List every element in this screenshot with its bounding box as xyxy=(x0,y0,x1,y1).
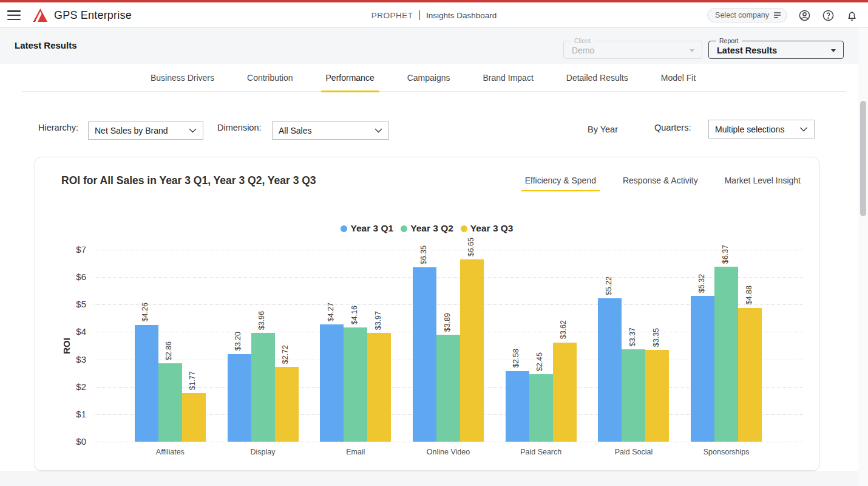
report-tabs: Business DriversContributionPerformanceC… xyxy=(146,64,700,92)
bar-value-label: $6.37 xyxy=(721,245,730,264)
bar-value-label: $2.86 xyxy=(164,341,173,360)
legend-item-year-3-q3[interactable]: Year 3 Q3 xyxy=(461,223,514,234)
legend-item-year-3-q2[interactable]: Year 3 Q2 xyxy=(401,223,453,234)
y-axis-tick: $7 xyxy=(56,244,86,255)
legend-label: Year 3 Q1 xyxy=(350,223,393,234)
bar-paid-search-year-3-q1[interactable] xyxy=(506,371,529,442)
bar-sponsorships-year-3-q2[interactable] xyxy=(714,267,738,442)
bar-paid-social-year-3-q2[interactable] xyxy=(622,349,645,442)
page-scrollbar-track[interactable] xyxy=(858,28,868,486)
header-divider xyxy=(419,10,420,20)
bar-email-year-3-q1[interactable] xyxy=(320,324,344,442)
x-axis-label-paid-social: Paid Social xyxy=(594,448,673,456)
bar-value-label: $5.22 xyxy=(605,276,613,295)
tab-business-drivers[interactable]: Business Drivers xyxy=(146,64,219,92)
tab-contribution[interactable]: Contribution xyxy=(242,64,298,92)
bar-paid-search-year-3-q2[interactable] xyxy=(529,374,553,442)
app-header: GPS Enterprise PROPHET Insights Dashboar… xyxy=(0,2,868,28)
bar-value-label: $3.37 xyxy=(628,327,637,346)
x-axis-label-paid-search: Paid Search xyxy=(501,448,580,456)
bar-value-label: $2.72 xyxy=(281,345,290,364)
bar-value-label: $4.88 xyxy=(745,286,753,304)
report-tabs-bar: Business DriversContributionPerformanceC… xyxy=(22,64,846,92)
tab-campaigns[interactable]: Campaigns xyxy=(402,64,455,92)
bar-value-label: $4.27 xyxy=(327,303,335,321)
quarters-label: Quarters: xyxy=(654,123,691,132)
help-icon[interactable] xyxy=(822,9,835,22)
chevron-down-icon xyxy=(375,128,382,133)
bar-value-label: $3.96 xyxy=(257,311,266,330)
gridline xyxy=(93,250,803,250)
notifications-bell-icon[interactable] xyxy=(846,9,858,22)
y-axis-tick: $5 xyxy=(56,299,86,309)
bar-online-video-year-3-q1[interactable] xyxy=(413,267,436,442)
chevron-down-icon xyxy=(799,127,808,132)
x-axis-label-affiliates: Affiliates xyxy=(131,448,209,456)
y-axis-tick: $2 xyxy=(56,382,86,392)
bar-display-year-3-q3[interactable] xyxy=(275,367,299,442)
tab-brand-impact[interactable]: Brand Impact xyxy=(478,64,538,92)
x-axis-label-email: Email xyxy=(316,448,395,456)
bar-value-label: $5.32 xyxy=(697,274,706,293)
legend-label: Year 3 Q2 xyxy=(410,223,453,234)
y-axis-tick: $0 xyxy=(56,436,86,447)
report-dropdown-arrow-icon xyxy=(831,49,836,52)
bar-affiliates-year-3-q1[interactable] xyxy=(135,325,158,442)
bar-paid-social-year-3-q3[interactable] xyxy=(645,350,669,442)
legend-item-year-3-q1[interactable]: Year 3 Q1 xyxy=(341,223,393,234)
subtab-efficiency-spend[interactable]: Efficiency & Spend xyxy=(525,176,596,185)
bar-sponsorships-year-3-q3[interactable] xyxy=(738,308,762,442)
chart-title: ROI for All Sales in Year 3 Q1, Year 3 Q… xyxy=(61,174,316,187)
client-dropdown-arrow-icon xyxy=(690,49,694,52)
bar-online-video-year-3-q2[interactable] xyxy=(436,335,460,442)
chart-view-subtabs: Efficiency & SpendResponse & ActivityMar… xyxy=(525,176,801,185)
bar-value-label: $2.45 xyxy=(535,352,544,371)
content-panel: Business DriversContributionPerformanceC… xyxy=(0,64,868,471)
quarters-select[interactable]: Multiple selections xyxy=(708,120,815,139)
roi-bar-chart: ROI$0$1$2$3$4$5$6$7Affiliates$4.26$2.86$… xyxy=(93,250,803,442)
chevron-down-icon xyxy=(189,128,197,133)
bar-value-label: $6.35 xyxy=(419,245,428,264)
y-axis-tick: $1 xyxy=(56,409,86,419)
tab-performance[interactable]: Performance xyxy=(321,64,379,92)
report-select[interactable]: Report Latest Results xyxy=(708,41,844,59)
page-scrollbar-thumb[interactable] xyxy=(860,101,866,216)
page-title: Latest Results xyxy=(15,40,77,50)
product-name: PROPHET xyxy=(371,11,413,20)
quarters-select-value: Multiple selections xyxy=(715,125,784,134)
subtab-market-level-insight[interactable]: Market Level Insight xyxy=(725,176,801,185)
bar-display-year-3-q1[interactable] xyxy=(228,354,251,442)
x-axis-label-online-video: Online Video xyxy=(409,448,488,456)
select-company-button[interactable]: Select company xyxy=(707,8,787,22)
legend-dot-icon xyxy=(341,225,347,232)
bar-value-label: $6.65 xyxy=(467,238,475,256)
by-year-toggle[interactable]: By Year xyxy=(588,125,618,134)
report-select-label: Report xyxy=(716,37,742,44)
client-select-label: Client xyxy=(571,37,594,44)
page-context-title: Insights Dashboard xyxy=(426,11,497,20)
hierarchy-select[interactable]: Net Sales by Brand xyxy=(88,122,203,140)
bar-display-year-3-q2[interactable] xyxy=(251,333,275,442)
bar-online-video-year-3-q3[interactable] xyxy=(460,259,484,442)
select-company-label: Select company xyxy=(715,11,769,19)
report-select-value: Latest Results xyxy=(717,46,777,55)
bar-value-label: $2.58 xyxy=(512,349,520,368)
bar-value-label: $4.26 xyxy=(141,303,149,321)
roi-chart-card: ROI for All Sales in Year 3 Q1, Year 3 Q… xyxy=(35,157,819,471)
tab-model-fit[interactable]: Model Fit xyxy=(656,64,701,92)
account-icon[interactable] xyxy=(798,9,811,22)
bar-affiliates-year-3-q3[interactable] xyxy=(182,393,206,442)
x-axis-label-display: Display xyxy=(223,448,302,456)
subtab-response-activity[interactable]: Response & Activity xyxy=(623,176,698,185)
bar-email-year-3-q2[interactable] xyxy=(344,327,367,442)
tab-detailed-results[interactable]: Detailed Results xyxy=(561,64,633,92)
bar-paid-search-year-3-q3[interactable] xyxy=(553,343,577,442)
bar-paid-social-year-3-q1[interactable] xyxy=(598,298,622,442)
bar-affiliates-year-3-q2[interactable] xyxy=(158,363,182,442)
dimension-select[interactable]: All Sales xyxy=(272,122,389,140)
dimension-select-value: All Sales xyxy=(279,126,311,135)
bar-email-year-3-q3[interactable] xyxy=(367,333,391,442)
client-select-value: Demo xyxy=(572,46,594,55)
y-axis-tick: $3 xyxy=(56,354,86,364)
bar-sponsorships-year-3-q1[interactable] xyxy=(691,296,714,442)
